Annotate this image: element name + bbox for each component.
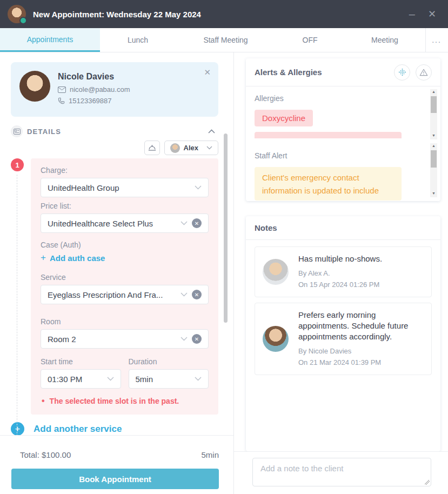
close-icon[interactable]: ✕	[424, 7, 440, 21]
allergies-section: Allergies Doxycycline ▲ ▼	[246, 86, 440, 139]
duration-select[interactable]: 5min	[129, 369, 209, 389]
price-list-label: Price list:	[41, 202, 209, 210]
tab-meeting[interactable]: Meeting	[344, 28, 425, 52]
start-time-label: Start time	[41, 357, 121, 366]
room-select[interactable]: Room 2 ✕	[41, 329, 209, 349]
modal-title: New Appointment: Wednesday 22 May 2024	[33, 10, 405, 19]
alerts-allergies-title: Alerts & Allergies	[255, 68, 394, 77]
note-date: On 21 Mar 2024 01:39 PM	[298, 357, 424, 368]
booking-footer: Total: $100.00 5min Book Appointment	[0, 435, 233, 494]
left-panel-scrollbar[interactable]	[224, 133, 228, 323]
service-value: Eyeglass Prescription And Fra...	[48, 290, 176, 299]
note-text: Has multiple no-shows.	[298, 253, 382, 264]
staff-selector-value: Alex	[184, 144, 198, 152]
service-form: Charge: UnitedHealth Group Price list: U…	[31, 158, 218, 415]
tab-off[interactable]: OFF	[276, 28, 344, 52]
service-block: 1 Charge: UnitedHealth Group Price list:…	[11, 158, 218, 415]
scroll-down-icon[interactable]: ▼	[432, 191, 436, 197]
scroll-down-icon[interactable]: ▼	[432, 133, 436, 139]
scroll-up-icon[interactable]: ▲	[432, 143, 436, 150]
collapse-details-icon[interactable]	[205, 128, 218, 135]
dotted-grid-icon	[398, 68, 406, 76]
charge-label: Charge:	[41, 166, 209, 175]
service-label: Service	[41, 273, 209, 282]
notes-card: Notes Has multiple no-shows. By Alex A. …	[246, 216, 440, 451]
form-scroll-area: Nicole Davies nicole@pabau.com 15123369	[0, 52, 233, 435]
details-heading: DETAILS	[27, 128, 205, 136]
titlebar: New Appointment: Wednesday 22 May 2024 –…	[0, 0, 448, 28]
clear-price-list-icon[interactable]: ✕	[192, 218, 202, 228]
minimize-icon[interactable]: –	[405, 6, 419, 22]
service-number-badge: 1	[11, 158, 24, 171]
staff-alert-scrollbar[interactable]: ▲ ▼	[430, 143, 437, 197]
more-tabs-icon[interactable]: ...	[425, 28, 447, 52]
room-value: Room 2	[48, 335, 176, 344]
tab-lunch[interactable]: Lunch	[100, 28, 176, 52]
add-another-service: + Add another service	[11, 422, 218, 435]
staff-alert-section: Staff Alert Client's emergency contact i…	[246, 139, 440, 201]
status-badge	[19, 17, 27, 24]
staff-alert-text: Client's emergency contact information i…	[255, 167, 402, 201]
staff-alert-label: Staff Alert	[255, 151, 424, 160]
service-toolbar: Alex	[11, 141, 218, 155]
note-text: Prefers early morning appointments. Sche…	[298, 310, 424, 342]
alerts-warning-button[interactable]	[416, 64, 432, 81]
details-card-icon	[11, 125, 23, 137]
add-auth-case-link[interactable]: + Add auth case	[41, 252, 105, 263]
duration-value: 5min	[136, 375, 191, 384]
medical-grid-button[interactable]	[394, 64, 410, 81]
duration-label: Duration	[129, 357, 209, 366]
add-another-service-link[interactable]: Add another service	[34, 424, 122, 435]
chevron-down-icon	[180, 292, 188, 297]
clear-room-icon[interactable]: ✕	[192, 334, 202, 344]
warning-triangle-icon	[419, 69, 428, 76]
client-card: Nicole Davies nicole@pabau.com 15123369	[11, 62, 218, 117]
bell-icon	[148, 144, 156, 151]
allergies-scrollbar[interactable]: ▲ ▼	[430, 89, 437, 139]
service-select[interactable]: Eyeglass Prescription And Fra... ✕	[41, 285, 209, 304]
client-note-footer	[234, 451, 448, 494]
allergies-label: Allergies	[255, 94, 424, 103]
start-time-select[interactable]: 01:30 PM	[41, 369, 121, 389]
time-slot-error: • The selected time slot is in the past.	[42, 396, 209, 406]
scroll-up-icon[interactable]: ▲	[432, 89, 436, 96]
tab-staff-meeting[interactable]: Staff Meeting	[176, 28, 276, 52]
client-phone: 15123369887	[69, 97, 112, 105]
notes-title: Notes	[255, 223, 432, 232]
client-email: nicole@pabau.com	[70, 85, 130, 94]
charge-select[interactable]: UnitedHealth Group	[41, 178, 209, 197]
note-author-avatar	[263, 259, 289, 285]
appointment-type-tabs: Appointments Lunch Staff Meeting OFF Mee…	[0, 28, 448, 52]
price-list-select[interactable]: UnitedHealthcare Select Plus ✕	[41, 213, 209, 233]
new-appointment-modal: New Appointment: Wednesday 22 May 2024 –…	[0, 0, 448, 494]
chevron-down-icon	[180, 337, 188, 341]
note-item: Prefers early morning appointments. Sche…	[255, 303, 432, 375]
client-note-input[interactable]	[252, 458, 431, 486]
price-list-value: UnitedHealthcare Select Plus	[48, 219, 176, 228]
client-info-panel: Alerts & Allergies Allergies Doxycycline	[234, 52, 448, 494]
book-appointment-button[interactable]: Book Appointment	[11, 469, 219, 489]
service-connector-line	[17, 175, 17, 435]
chevron-down-icon	[206, 146, 212, 150]
chevron-down-icon	[180, 221, 188, 225]
chevron-down-icon	[195, 185, 202, 190]
add-service-plus-icon[interactable]: +	[11, 422, 24, 435]
staff-avatar	[170, 143, 180, 153]
appointment-form-panel: Nicole Davies nicole@pabau.com 15123369	[0, 52, 234, 494]
note-author: By Alex A.	[298, 268, 382, 279]
clear-service-icon[interactable]: ✕	[192, 290, 202, 299]
chevron-down-icon	[195, 377, 202, 381]
email-icon	[58, 86, 66, 93]
details-header: DETAILS	[11, 125, 218, 137]
note-author: By Nicole Davies	[298, 345, 424, 357]
plus-icon: +	[41, 252, 46, 263]
error-bullet-icon: •	[42, 396, 45, 406]
service-bell-button[interactable]	[144, 141, 160, 155]
tab-appointments[interactable]: Appointments	[0, 28, 100, 52]
staff-selector[interactable]: Alex	[164, 141, 218, 155]
client-name: Nicole Davies	[58, 72, 130, 82]
remove-client-icon[interactable]: ✕	[204, 68, 211, 77]
phone-icon	[58, 97, 65, 104]
start-time-value: 01:30 PM	[48, 375, 103, 384]
total-duration: 5min	[201, 450, 219, 459]
